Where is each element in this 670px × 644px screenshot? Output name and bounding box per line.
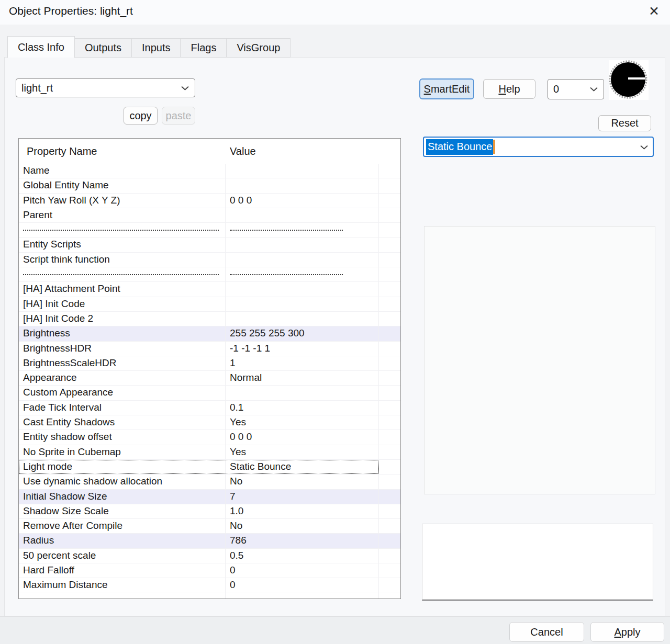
property-value-cell[interactable]: No [226, 519, 379, 533]
property-row[interactable]: Initial Shadow Size7 [19, 490, 400, 504]
property-value-cell[interactable]: 1 [226, 356, 379, 370]
property-name-cell[interactable]: Entity shadow offset [19, 430, 226, 444]
property-value-cell[interactable]: 0.5 [226, 549, 379, 563]
tab-visgroup[interactable]: VisGroup [227, 38, 291, 58]
property-row[interactable]: BrightnessScaleHDR1 [19, 356, 400, 371]
help-button[interactable]: Help [483, 79, 535, 99]
property-row[interactable]: Custom Appearance [19, 386, 400, 400]
property-row[interactable]: Cast Entity ShadowsYes [19, 415, 400, 430]
tab-flags[interactable]: Flags [181, 38, 227, 58]
property-value-cell[interactable] [226, 386, 379, 400]
property-row[interactable]: Fade Tick Interval0.1 [19, 401, 400, 415]
property-value-cell[interactable]: 786 [226, 534, 379, 548]
property-name-cell[interactable]: Global Entity Name [19, 178, 226, 193]
tab-outputs[interactable]: Outputs [75, 38, 132, 58]
property-name-cell[interactable]: Hard Falloff [19, 563, 226, 578]
property-name-cell[interactable]: Shadow Size Scale [19, 504, 226, 518]
property-value-cell[interactable]: 255 255 255 300 [226, 326, 379, 341]
property-row[interactable]: [HA] Init Code 2 [19, 312, 400, 326]
property-row[interactable]: BrightnessHDR-1 -1 -1 1 [19, 342, 400, 356]
cancel-button[interactable]: Cancel [509, 622, 584, 642]
property-row[interactable]: Maximum Distance0 [19, 578, 400, 593]
property-name-cell[interactable] [19, 593, 226, 599]
property-value-cell[interactable] [226, 312, 379, 326]
property-value-cell[interactable]: No [226, 474, 379, 489]
property-name-cell[interactable]: Use dynamic shadow allocation [19, 474, 226, 489]
property-value-cell[interactable]: Yes [226, 415, 379, 430]
smartedit-button[interactable]: SmartEdit [419, 78, 474, 99]
property-row[interactable]: [HA] Init Code [19, 297, 400, 312]
property-name-cell[interactable]: Parent [19, 208, 226, 222]
property-value-cell[interactable]: Static Bounce [226, 460, 379, 474]
property-name-cell[interactable]: Maximum Distance [19, 578, 226, 592]
angles-combobox[interactable]: 0 [548, 79, 604, 99]
keyvalue-edit-combobox[interactable]: Static Bounce [423, 137, 654, 157]
property-name-cell[interactable]: Brightness [19, 326, 226, 341]
tab-class-info[interactable]: Class Info [7, 36, 75, 58]
property-row[interactable]: Shadow Size Scale1.0 [19, 504, 400, 519]
property-row[interactable]: No Sprite in CubemapYes [19, 445, 400, 460]
property-value-cell[interactable]: 0 [226, 563, 379, 578]
property-value-cell[interactable] [226, 282, 379, 296]
close-icon[interactable]: ✕ [645, 3, 663, 19]
property-name-cell[interactable]: Light mode [19, 460, 226, 474]
property-name-cell[interactable]: BrightnessScaleHDR [19, 356, 226, 370]
property-row[interactable]: Name [19, 164, 400, 178]
property-name-cell[interactable]: No Sprite in Cubemap [19, 445, 226, 459]
property-value-cell[interactable] [226, 178, 379, 193]
property-value-cell[interactable] [226, 238, 379, 252]
property-name-cell[interactable]: 50 percent scale [19, 549, 226, 563]
property-name-cell[interactable]: Custom Appearance [19, 386, 226, 400]
property-name-cell[interactable]: Radius [19, 534, 226, 548]
property-row[interactable]: Radius786 [19, 534, 400, 548]
property-name-cell[interactable]: [HA] Init Code [19, 297, 226, 311]
property-name-cell[interactable]: Name [19, 164, 226, 178]
property-value-cell[interactable]: -1 -1 -1 1 [226, 342, 379, 356]
property-value-cell[interactable]: Yes [226, 445, 379, 459]
property-name-cell[interactable]: BrightnessHDR [19, 342, 226, 356]
property-value-cell[interactable] [226, 253, 379, 267]
apply-button[interactable]: Apply [590, 622, 664, 642]
property-name-cell[interactable]: [HA] Attachment Point [19, 282, 226, 296]
property-row[interactable]: Entity shadow offset0 0 0 [19, 430, 400, 445]
property-name-cell[interactable]: Pitch Yaw Roll (X Y Z) [19, 194, 226, 208]
property-row[interactable]: Use dynamic shadow allocationNo [19, 474, 400, 489]
property-row[interactable]: Entity Scripts [19, 238, 400, 252]
property-value-cell[interactable] [226, 297, 379, 311]
property-value-cell[interactable]: 1.0 [226, 504, 379, 518]
property-row[interactable] [19, 593, 400, 599]
property-row[interactable]: Brightness255 255 255 300 [19, 326, 400, 341]
copy-button[interactable]: copy [124, 107, 158, 125]
property-name-cell[interactable]: Initial Shadow Size [19, 490, 226, 504]
property-value-cell[interactable]: Normal [226, 371, 379, 385]
property-row[interactable]: Parent [19, 208, 400, 223]
property-table[interactable]: Property Name Value NameGlobal Entity Na… [18, 138, 401, 599]
property-row[interactable]: Pitch Yaw Roll (X Y Z)0 0 0 [19, 194, 400, 208]
property-name-cell[interactable]: Appearance [19, 371, 226, 385]
property-name-cell[interactable]: [HA] Init Code 2 [19, 312, 226, 326]
property-name-cell[interactable]: Script think function [19, 253, 226, 267]
property-value-cell[interactable]: 0.1 [226, 401, 379, 415]
property-row[interactable]: Script think function [19, 253, 400, 267]
property-row[interactable]: Global Entity Name [19, 178, 400, 193]
property-name-cell[interactable]: Entity Scripts [19, 238, 226, 252]
property-row[interactable]: AppearanceNormal [19, 371, 400, 386]
class-combobox[interactable]: light_rt [16, 78, 195, 97]
property-value-cell[interactable]: 7 [226, 490, 379, 504]
property-name-cell[interactable]: Cast Entity Shadows [19, 415, 226, 430]
property-value-cell[interactable] [226, 208, 379, 222]
property-value-cell[interactable]: 0 0 0 [226, 430, 379, 444]
property-value-cell[interactable] [226, 164, 379, 178]
property-name-cell[interactable]: Remove After Compile [19, 519, 226, 533]
property-row[interactable]: [HA] Attachment Point [19, 282, 400, 297]
reset-button[interactable]: Reset [598, 115, 651, 131]
property-row[interactable]: Remove After CompileNo [19, 519, 400, 534]
property-row[interactable]: Hard Falloff0 [19, 563, 400, 578]
comments-input[interactable] [422, 524, 653, 601]
tab-inputs[interactable]: Inputs [132, 38, 181, 58]
property-value-cell[interactable] [226, 593, 379, 599]
property-value-cell[interactable]: 0 [226, 578, 379, 592]
property-name-cell[interactable]: Fade Tick Interval [19, 401, 226, 415]
angle-dial[interactable] [609, 60, 649, 100]
property-row[interactable]: 50 percent scale0.5 [19, 549, 400, 563]
